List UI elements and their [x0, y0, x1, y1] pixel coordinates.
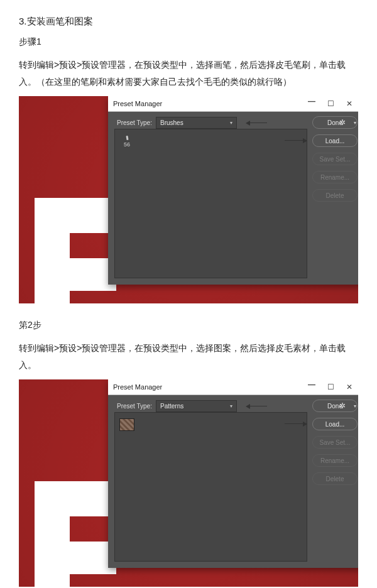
dialog-buttons: Done Load... Save Set... Rename... Delet… [312, 400, 358, 485]
step1-desc: 转到编辑>预设>预设管理器，在预设类型中，选择画笔，然后选择皮毛笔刷，单击载入。… [19, 57, 358, 90]
preset-type-dropdown[interactable]: Patterns ▾ [156, 400, 237, 412]
annotation-arrow [243, 121, 267, 125]
close-button[interactable]: ✕ [340, 380, 358, 394]
step2-desc: 转到编辑>预设>预设管理器，在预设类型中，选择图案，然后选择皮毛素材，单击载入。 [19, 340, 358, 373]
dialog-buttons: Done Load... Save Set... Rename... Delet… [312, 116, 358, 202]
chevron-down-icon: ▾ [230, 120, 232, 126]
maximize-button[interactable]: ☐ [321, 97, 340, 111]
preset-type-dropdown[interactable]: Brushes ▾ [156, 117, 237, 129]
done-button[interactable]: Done [312, 400, 358, 412]
pattern-thumb[interactable] [117, 415, 136, 434]
maximize-button[interactable]: ☐ [321, 380, 340, 394]
step1-figure: Preset Manager — ☐ ✕ Preset Type: Brushe… [19, 96, 358, 303]
annotation-arrow-load [285, 139, 310, 143]
preset-manager-dialog: Preset Manager — ☐ ✕ Preset Type: Patter… [108, 379, 358, 568]
save-set-button[interactable]: Save Set... [312, 153, 358, 165]
window-controls: — ☐ ✕ [302, 380, 358, 394]
rename-button[interactable]: Rename... [312, 171, 358, 183]
minimize-button[interactable]: — [302, 379, 321, 391]
delete-button[interactable]: Delete [312, 472, 358, 485]
minimize-button[interactable]: — [302, 96, 321, 108]
load-button[interactable]: Load... [312, 134, 358, 147]
preset-type-value: Patterns [160, 403, 183, 410]
step2-label: 第2步 [19, 320, 358, 331]
preset-list[interactable]: 56 [114, 129, 307, 278]
brush-tip-icon [126, 135, 128, 139]
preset-type-label: Preset Type: [117, 119, 152, 126]
preset-list[interactable] [114, 412, 307, 562]
preset-manager-dialog: Preset Manager — ☐ ✕ Preset Type: Brushe… [108, 96, 358, 285]
dialog-title: Preset Manager [113, 383, 162, 391]
delete-button[interactable]: Delete [312, 189, 358, 202]
dialog-title: Preset Manager [113, 100, 162, 107]
done-button[interactable]: Done [312, 116, 358, 129]
titlebar: Preset Manager — ☐ ✕ [108, 379, 358, 395]
step1-label: 步骤1 [19, 36, 358, 48]
article: 3.安装画笔和图案 步骤1 转到编辑>预设>预设管理器，在预设类型中，选择画笔，… [0, 0, 377, 587]
annotation-arrow-load [285, 422, 310, 426]
step2-figure: Preset Manager — ☐ ✕ Preset Type: Patter… [19, 379, 358, 587]
titlebar: Preset Manager — ☐ ✕ [108, 96, 358, 112]
rename-button[interactable]: Rename... [312, 454, 358, 467]
close-button[interactable]: ✕ [340, 97, 358, 111]
brush-thumb[interactable]: 56 [117, 132, 136, 151]
preset-type-label: Preset Type: [117, 403, 152, 410]
window-controls: — ☐ ✕ [302, 97, 358, 111]
chevron-down-icon: ▾ [230, 403, 232, 409]
section-title: 3.安装画笔和图案 [19, 16, 358, 28]
annotation-arrow [243, 405, 267, 408]
preset-type-value: Brushes [160, 119, 183, 126]
pattern-swatch-icon [119, 418, 134, 431]
save-set-button[interactable]: Save Set... [312, 436, 358, 449]
brush-size: 56 [124, 141, 130, 148]
load-button[interactable]: Load... [312, 418, 358, 430]
